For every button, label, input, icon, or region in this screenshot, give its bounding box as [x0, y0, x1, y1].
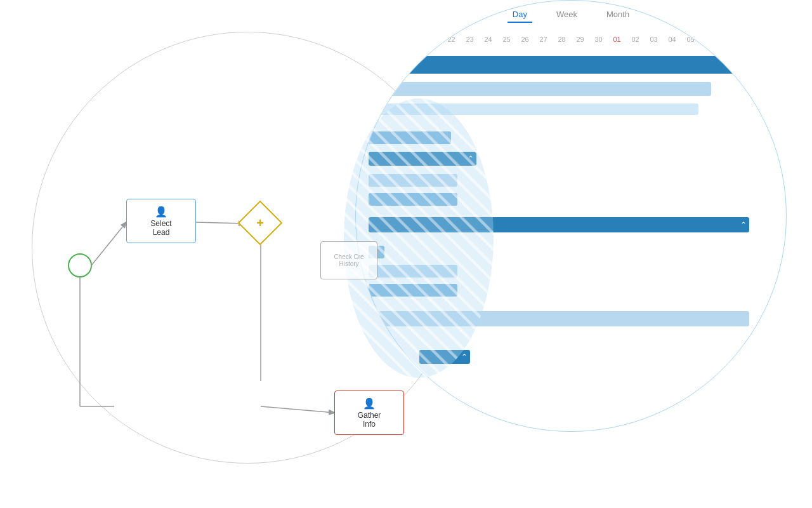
date-cell: 20	[405, 36, 424, 43]
gantt-bar	[369, 131, 451, 144]
gantt-bar	[369, 311, 749, 326]
gantt-row-gather-info: ⌃	[369, 345, 787, 369]
gantt-bars-area: ⌃ ⌃	[356, 51, 786, 431]
date-cell: 25	[497, 36, 516, 43]
gantt-bar	[369, 56, 737, 74]
date-cell: 19	[387, 36, 405, 43]
gantt-bar	[369, 265, 457, 277]
date-cell-01: 01	[608, 36, 626, 43]
date-cell: 18	[369, 36, 387, 43]
date-cell: 23	[461, 36, 479, 43]
date-cell: 24	[479, 36, 497, 43]
gantt-row: ⌃	[369, 147, 787, 171]
date-cell: 05	[681, 36, 700, 43]
bpmn-task-check-credit[interactable]: Check CreHistory	[320, 241, 377, 279]
date-cell: 22	[442, 36, 461, 43]
main-canvas: Day Week Month May 2014 18 19 20 21 22 2…	[0, 0, 812, 508]
gantt-row	[369, 187, 787, 211]
gateway-plus-icon: +	[256, 216, 264, 231]
check-credit-label: Check CreHistory	[334, 253, 363, 267]
expand-icon[interactable]: ⌃	[468, 154, 474, 163]
date-cell: 06	[700, 36, 718, 43]
gantt-row	[369, 278, 787, 302]
gantt-row	[369, 97, 787, 121]
select-lead-label: SelectLead	[150, 219, 171, 237]
gantt-bar: ⌃	[369, 217, 749, 232]
date-cell: 07	[718, 36, 737, 43]
bpmn-task-gather-info[interactable]: 👤 GatherInfo	[334, 391, 404, 435]
tab-week[interactable]: Week	[551, 7, 582, 23]
gather-info-label: GatherInfo	[358, 411, 381, 429]
expand-icon[interactable]: ⌃	[461, 352, 468, 361]
gantt-bar	[369, 284, 457, 297]
gantt-circle: Day Week Month May 2014 18 19 20 21 22 2…	[355, 0, 787, 432]
date-cell: 02	[626, 36, 645, 43]
gantt-row	[369, 53, 787, 77]
gantt-bar	[369, 193, 457, 206]
date-cell: 26	[516, 36, 534, 43]
gantt-bar	[369, 82, 711, 96]
bpmn-task-select-lead[interactable]: 👤 SelectLead	[126, 199, 196, 243]
gantt-bar-gather-info: ⌃	[419, 350, 470, 364]
gantt-row	[369, 307, 787, 331]
gantt-date-row: 18 19 20 21 22 23 24 25 26 27 28 29 30 0…	[356, 36, 786, 43]
date-cell: 04	[663, 36, 681, 43]
gantt-bar	[369, 174, 457, 187]
gantt-bar: ⌃	[369, 152, 476, 166]
gantt-month-label: May 2014	[705, 25, 735, 32]
date-cell: 29	[571, 36, 589, 43]
date-cell: 21	[424, 36, 442, 43]
date-cell: 28	[553, 36, 571, 43]
expand-icon[interactable]: ⌃	[740, 220, 747, 229]
gantt-bar	[369, 104, 698, 115]
tab-day[interactable]: Day	[508, 7, 532, 23]
person-icon-gather: 👤	[363, 398, 376, 410]
gantt-dates: 18 19 20 21 22 23 24 25 26 27 28 29 30 0…	[356, 36, 786, 43]
tab-month[interactable]: Month	[601, 7, 634, 23]
date-cell: 27	[534, 36, 553, 43]
date-cell: 30	[589, 36, 608, 43]
gantt-container: Day Week Month May 2014 18 19 20 21 22 2…	[356, 1, 786, 431]
gantt-row: ⌃	[369, 213, 787, 237]
person-icon: 👤	[155, 206, 167, 218]
date-cell: 08	[737, 36, 755, 43]
date-cell: 0	[755, 36, 773, 43]
date-cell: 03	[645, 36, 663, 43]
gantt-tabs: Day Week Month	[356, 7, 786, 23]
